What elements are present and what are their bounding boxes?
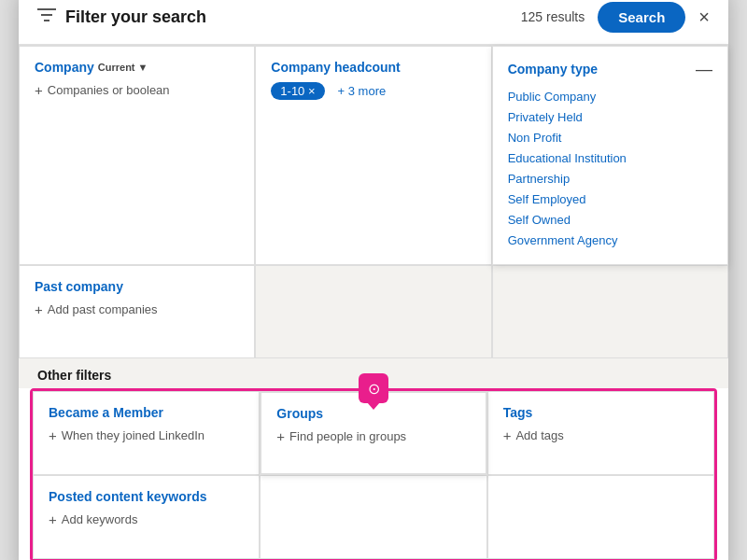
empty-cell-3 xyxy=(487,475,714,559)
plus-icon: + xyxy=(49,511,57,527)
company-filter: Company Current ▼ + Companies or boolean xyxy=(19,46,255,266)
filter-icon xyxy=(37,7,56,27)
close-button[interactable]: × xyxy=(698,7,710,26)
empty-middle xyxy=(255,265,491,358)
company-type-title: Company type — xyxy=(508,60,712,79)
company-type-item[interactable]: Privately Held xyxy=(508,107,712,128)
pin-icon: ⊙ xyxy=(368,380,380,398)
headcount-filter: Company headcount 1-10 × + 3 more xyxy=(255,46,491,266)
minus-icon[interactable]: — xyxy=(696,60,712,79)
posted-content-title: Posted content keywords xyxy=(49,489,244,504)
header-left: Filter your search xyxy=(37,7,206,27)
company-filter-title: Company Current ▼ xyxy=(35,60,239,75)
posted-content-filter: Posted content keywords + Add keywords xyxy=(33,475,260,559)
filter-modal: Filter your search 125 results Search × … xyxy=(19,0,728,560)
company-type-item[interactable]: Self Owned xyxy=(508,210,712,231)
add-tags[interactable]: + Add tags xyxy=(503,427,698,443)
company-type-filter: Company type — Public Company Privately … xyxy=(492,46,728,266)
other-filters-container: ⊙ Became a Member + When they joined Lin… xyxy=(30,388,717,560)
results-count: 125 results xyxy=(521,9,585,24)
add-groups[interactable]: + Find people in groups xyxy=(276,428,470,444)
became-member-title: Became a Member xyxy=(49,405,244,420)
headcount-filter-title: Company headcount xyxy=(271,60,475,75)
header-right: 125 results Search × xyxy=(521,2,710,33)
main-filters-grid: Company Current ▼ + Companies or boolean… xyxy=(19,45,728,266)
plus-icon: + xyxy=(503,427,512,443)
search-button[interactable]: Search xyxy=(598,2,685,33)
past-company-filter: Past company + Add past companies xyxy=(19,265,255,358)
headcount-options: 1-10 × + 3 more xyxy=(271,82,475,100)
company-type-list: Public Company Privately Held Non Profit… xyxy=(508,87,712,252)
add-became-member[interactable]: + When they joined LinkedIn xyxy=(49,427,244,443)
empty-right xyxy=(492,265,728,358)
plus-icon: + xyxy=(35,82,43,98)
company-type-item[interactable]: Self Employed xyxy=(508,189,712,210)
secondary-filters-grid: Past company + Add past companies xyxy=(19,265,728,358)
company-current-label: Current ▼ xyxy=(98,62,148,73)
plus-icon: + xyxy=(276,428,285,444)
empty-cell-2 xyxy=(260,475,486,559)
headcount-badge[interactable]: 1-10 × xyxy=(271,82,324,100)
modal-header: Filter your search 125 results Search × xyxy=(19,0,728,45)
modal-title: Filter your search xyxy=(65,7,206,27)
company-type-item[interactable]: Government Agency xyxy=(508,231,712,251)
past-company-title: Past company xyxy=(35,279,239,294)
add-keywords[interactable]: + Add keywords xyxy=(49,511,244,527)
caret-icon: ▼ xyxy=(138,62,148,73)
add-past-company[interactable]: + Add past companies xyxy=(35,301,239,317)
company-type-item[interactable]: Non Profit xyxy=(508,128,712,148)
plus-icon: + xyxy=(49,427,57,443)
tags-filter: Tags + Add tags xyxy=(487,391,714,475)
plus-icon: + xyxy=(35,301,43,317)
company-type-item[interactable]: Partnership xyxy=(508,169,712,189)
company-type-item[interactable]: Educational Institution xyxy=(508,148,712,169)
other-filters-grid: Became a Member + When they joined Linke… xyxy=(30,388,717,560)
pin-indicator: ⊙ xyxy=(359,373,388,403)
became-member-filter: Became a Member + When they joined Linke… xyxy=(33,391,260,475)
add-company[interactable]: + Companies or boolean xyxy=(35,82,239,98)
more-headcount-link[interactable]: + 3 more xyxy=(338,84,387,98)
tags-title: Tags xyxy=(503,405,698,420)
company-type-item[interactable]: Public Company xyxy=(508,87,712,107)
